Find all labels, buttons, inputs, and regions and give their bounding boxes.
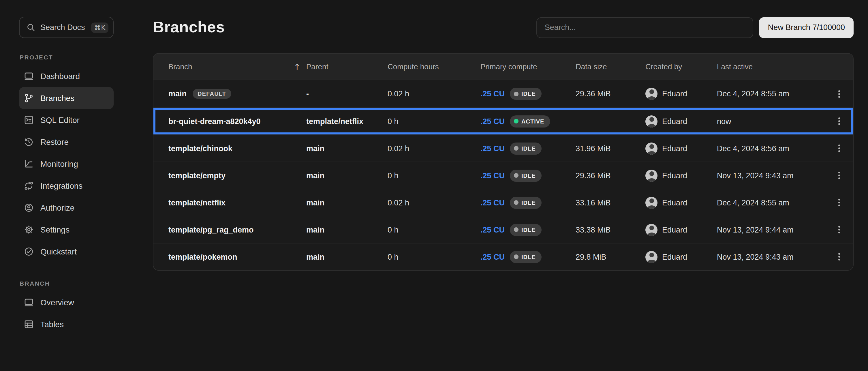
data-size: 33.16 MiB: [576, 198, 645, 207]
sidebar-item-tables[interactable]: Tables: [19, 313, 114, 335]
branch-name: template/chinook: [168, 144, 232, 153]
row-menu-button[interactable]: [825, 170, 853, 181]
sidebar-item-label: Overview: [40, 298, 74, 307]
last-active: Nov 13, 2024 9:44 am: [717, 225, 825, 234]
status-badge: IDLE: [510, 88, 541, 100]
kebab-menu-icon: [834, 89, 844, 99]
last-active: Dec 4, 2024 8:55 am: [717, 89, 825, 98]
table-row[interactable]: template/chinook main 0.02 h .25 CU IDLE…: [153, 134, 853, 161]
created-by: Eduard: [662, 252, 687, 261]
compute-hours: 0.02 h: [388, 198, 480, 207]
last-active: Nov 13, 2024 9:43 am: [717, 252, 825, 261]
row-menu-button[interactable]: [825, 224, 853, 235]
page-title: Branches: [153, 19, 537, 36]
dashboard-icon: [24, 71, 34, 81]
status-label: IDLE: [521, 199, 536, 206]
column-header-last-active[interactable]: Last active: [717, 62, 825, 71]
compute-size-link[interactable]: .25 CU: [480, 117, 505, 125]
sidebar-item-dashboard[interactable]: Dashboard: [19, 65, 114, 87]
kebab-menu-icon: [834, 252, 844, 262]
branches-table: Branch ↑ Parent Compute hours Primary co…: [153, 53, 854, 271]
status-badge: IDLE: [510, 224, 541, 236]
sidebar-item-restore[interactable]: Restore: [19, 131, 114, 153]
compute-hours: 0 h: [388, 225, 480, 234]
sidebar-item-monitoring[interactable]: Monitoring: [19, 153, 114, 175]
last-active: Dec 4, 2024 8:56 am: [717, 144, 825, 153]
kebab-menu-icon: [834, 170, 844, 181]
last-active: Nov 13, 2024 9:43 am: [717, 171, 825, 180]
default-badge: DEFAULT: [192, 89, 231, 99]
sidebar-item-overview[interactable]: Overview: [19, 291, 114, 313]
search-icon: [26, 23, 36, 32]
main-content: Branches New Branch 7/100000 Branch ↑ Pa…: [133, 0, 868, 371]
table-row[interactable]: template/empty main 0 h .25 CU IDLE 29.3…: [153, 161, 853, 189]
sidebar-item-label: Tables: [40, 320, 64, 329]
kebab-menu-icon: [834, 116, 844, 126]
column-header-compute-hours[interactable]: Compute hours: [388, 62, 480, 71]
created-by: Eduard: [662, 117, 687, 125]
sidebar-item-settings[interactable]: Settings: [19, 219, 114, 241]
column-header-data-size[interactable]: Data size: [576, 62, 645, 71]
sidebar-item-label: SQL Editor: [40, 115, 80, 125]
data-size: 33.38 MiB: [576, 225, 645, 234]
row-menu-button[interactable]: [825, 252, 853, 262]
branch-name: br-quiet-dream-a820k4y0: [168, 117, 261, 125]
row-menu-button[interactable]: [825, 116, 853, 126]
table-row[interactable]: template/netflix main 0.02 h .25 CU IDLE…: [153, 189, 853, 216]
restore-icon: [24, 137, 34, 147]
column-header-created-by[interactable]: Created by: [645, 62, 717, 71]
settings-icon: [24, 224, 34, 235]
status-badge: IDLE: [510, 169, 541, 182]
compute-hours: 0 h: [388, 171, 480, 180]
sidebar-item-authorize[interactable]: Authorize: [19, 197, 114, 219]
compute-size-link[interactable]: .25 CU: [480, 225, 505, 234]
status-dot-icon: [514, 200, 519, 205]
avatar: [645, 169, 657, 182]
table-row[interactable]: main DEFAULT - 0.02 h .25 CU IDLE 29.36 …: [153, 80, 853, 107]
sidebar-item-sql-editor[interactable]: SQL Editor: [19, 109, 114, 131]
status-dot-icon: [514, 254, 519, 259]
branch-name: template/pokemon: [168, 252, 237, 261]
row-menu-button[interactable]: [825, 89, 853, 99]
branch-search-input[interactable]: [537, 17, 753, 38]
sidebar-item-label: Authorize: [40, 203, 74, 212]
sidebar-item-integrations[interactable]: Integrations: [19, 175, 114, 197]
sidebar-item-label: Dashboard: [40, 71, 80, 81]
sidebar-item-label: Settings: [40, 225, 69, 234]
sort-ascending-icon[interactable]: ↑: [293, 62, 300, 71]
status-label: ACTIVE: [521, 118, 544, 124]
table-row[interactable]: template/pg_rag_demo main 0 h .25 CU IDL…: [153, 216, 853, 243]
column-header-primary-compute[interactable]: Primary compute: [480, 62, 576, 71]
column-header-parent[interactable]: Parent: [306, 62, 388, 71]
created-by: Eduard: [662, 198, 687, 207]
page-header: Branches New Branch 7/100000: [153, 17, 854, 38]
sidebar-item-label: Integrations: [40, 181, 83, 190]
row-menu-button[interactable]: [825, 197, 853, 208]
table-header-row: Branch ↑ Parent Compute hours Primary co…: [153, 54, 853, 80]
column-header-branch[interactable]: Branch ↑: [153, 62, 306, 71]
compute-size-link[interactable]: .25 CU: [480, 171, 505, 180]
branch-name: template/pg_rag_demo: [168, 225, 254, 234]
compute-size-link[interactable]: .25 CU: [480, 252, 505, 261]
avatar: [645, 224, 657, 236]
row-menu-button[interactable]: [825, 143, 853, 153]
sidebar-item-label: Quickstart: [40, 247, 77, 256]
compute-size-link[interactable]: .25 CU: [480, 198, 505, 207]
search-docs-button[interactable]: Search Docs ⌘K: [19, 17, 114, 38]
compute-size-link[interactable]: .25 CU: [480, 89, 505, 98]
authorize-icon: [24, 203, 34, 213]
parent-branch: main: [306, 252, 388, 261]
avatar: [645, 115, 657, 127]
created-by: Eduard: [662, 144, 687, 153]
parent-branch: main: [306, 198, 388, 207]
sidebar-item-quickstart[interactable]: Quickstart: [19, 241, 114, 262]
compute-size-link[interactable]: .25 CU: [480, 144, 505, 153]
table-row[interactable]: template/pokemon main 0 h .25 CU IDLE 29…: [153, 243, 853, 270]
last-active: now: [717, 117, 825, 125]
avatar: [645, 88, 657, 100]
new-branch-button[interactable]: New Branch 7/100000: [759, 17, 854, 38]
sidebar-item-branches[interactable]: Branches: [19, 87, 114, 109]
table-row[interactable]: br-quiet-dream-a820k4y0 template/netflix…: [153, 107, 853, 134]
quickstart-icon: [24, 246, 34, 257]
created-by: Eduard: [662, 225, 687, 234]
